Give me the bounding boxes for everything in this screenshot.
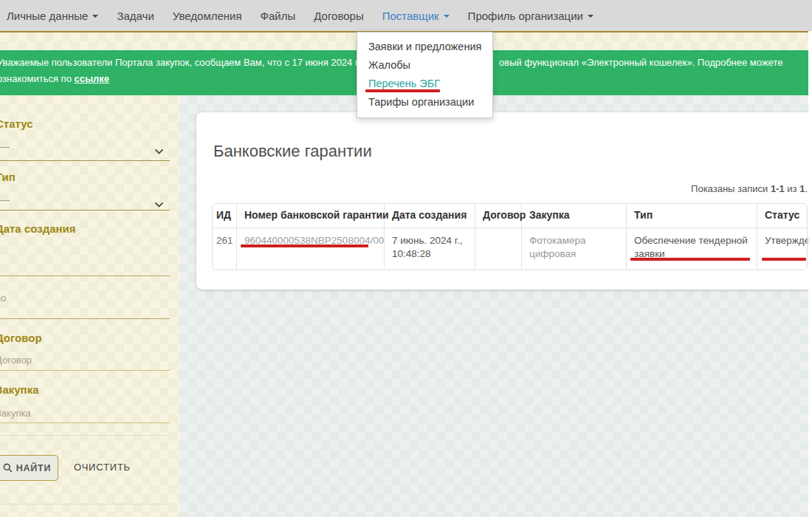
nav-item-label: Задачи xyxy=(117,10,154,22)
cell-id: 261 xyxy=(212,228,237,270)
screen: Личные данные Задачи Уведомления Файлы Д… xyxy=(0,0,812,517)
contract-filter-label: Договор xyxy=(0,332,42,344)
type-filter-label: Тип xyxy=(0,171,16,183)
page-title: Банковские гарантии xyxy=(213,142,372,161)
find-button[interactable]: НАЙТИ xyxy=(0,455,58,481)
date-to-input[interactable] xyxy=(0,289,170,307)
date-from-underline xyxy=(0,275,170,276)
contract-input[interactable] xyxy=(0,351,170,369)
status-filter-label: Статус xyxy=(0,117,33,130)
col-header-status: Статус xyxy=(757,203,808,228)
records-middle: из xyxy=(785,183,799,194)
nav-item-personal-data[interactable]: Личные данные xyxy=(7,10,98,22)
cell-date: 7 июнь. 2024 г., 10:48:28 xyxy=(385,228,475,270)
col-header-type: Тип xyxy=(627,203,757,228)
table-row: 261 960440000538NBP2508004/00 7 июнь. 20… xyxy=(212,228,808,270)
type-select-underline xyxy=(0,210,170,210)
type-line1: Обеспечение тендерной xyxy=(634,234,749,247)
creation-date-filter-label: Дата создания xyxy=(0,222,76,235)
guarantees-table: ИД Номер банковской гарантии Дата создан… xyxy=(212,203,808,270)
search-icon xyxy=(3,463,13,473)
banner-link[interactable]: ссылке xyxy=(74,73,109,84)
supplier-dropdown-menu: Заявки и предложения Жалобы Перечень ЭБГ… xyxy=(357,32,493,118)
col-header-purchase: Закупка xyxy=(522,203,627,228)
date-line1: 7 июнь. 2024 г., xyxy=(392,234,467,247)
purchase-input[interactable] xyxy=(0,404,170,422)
col-header-contract: Договор xyxy=(475,203,522,228)
chevron-down-icon xyxy=(154,197,164,210)
banner-line2-prefix: ознакомиться по xyxy=(0,73,74,84)
nav-item-label: Договоры xyxy=(314,10,363,22)
table-header-row: ИД Номер банковской гарантии Дата создан… xyxy=(212,203,808,228)
caret-down-icon xyxy=(92,15,98,18)
records-suffix: . xyxy=(805,183,808,194)
red-underline-annotation xyxy=(762,258,806,261)
bank-guarantees-card: Банковские гарантии Показаны записи 1-1 … xyxy=(196,112,812,290)
purchase-line1: Фотокамера xyxy=(529,234,619,247)
nav-item-organization-profile[interactable]: Профиль организации xyxy=(468,10,593,22)
status-select-underline xyxy=(0,160,170,161)
banner-text-line1-right: овый функционал «Электронный кошелек». П… xyxy=(499,57,782,68)
cell-status: Утвержден xyxy=(757,228,808,270)
cell-guarantee-number[interactable]: 960440000538NBP2508004/00 xyxy=(237,228,385,270)
red-underline-annotation xyxy=(241,244,368,247)
records-range: 1-1 xyxy=(771,183,785,194)
status-select-value: --- xyxy=(0,141,10,152)
nav-item-label: Уведомления xyxy=(173,10,242,22)
records-summary: Показаны записи 1-1 из 1. xyxy=(691,183,808,194)
type-select-value: --- xyxy=(0,194,10,205)
nav-item-label: Личные данные xyxy=(7,10,88,22)
cell-contract xyxy=(475,228,522,270)
menu-item-complaints[interactable]: Жалобы xyxy=(357,56,492,75)
sidebar-divider xyxy=(0,504,170,504)
nav-item-notifications[interactable]: Уведомления xyxy=(173,10,242,22)
red-underline-annotation xyxy=(365,89,440,92)
filters-sidebar: Статус --- Тип --- Дата создания Договор… xyxy=(0,95,179,517)
date-to-underline xyxy=(0,318,170,319)
nav-item-label: Поставщик xyxy=(382,10,439,22)
menu-item-organization-tariffs[interactable]: Тарифы организации xyxy=(357,93,492,112)
col-header-date: Дата создания xyxy=(385,203,475,228)
nav-item-label: Файлы xyxy=(261,10,296,22)
find-button-label: НАЙТИ xyxy=(16,463,52,473)
cell-purchase: Фотокамера цифровая xyxy=(522,228,627,270)
status-value: Утвержден xyxy=(765,235,812,246)
date-line2: 10:48:28 xyxy=(392,247,467,261)
top-navigation: Личные данные Задачи Уведомления Файлы Д… xyxy=(0,0,812,31)
date-from-input[interactable] xyxy=(0,243,170,261)
banner-text-line2: ознакомиться по ссылке xyxy=(0,73,109,84)
nav-item-contracts[interactable]: Договоры xyxy=(314,10,363,22)
page-right-edge xyxy=(808,31,812,517)
clear-button[interactable]: ОЧИСТИТЬ xyxy=(74,462,131,473)
banner-text-line1-left: Уважаемые пользователи Портала закупок, … xyxy=(0,57,382,68)
col-header-id: ИД xyxy=(212,203,237,228)
status-select[interactable]: --- xyxy=(0,140,170,159)
purchase-filter-label: Закупка xyxy=(0,383,39,396)
caret-down-icon xyxy=(444,15,450,18)
cell-type: Обеспечение тендерной заявки xyxy=(627,228,757,270)
caret-down-icon xyxy=(588,15,593,18)
contract-underline xyxy=(0,370,170,371)
chevron-down-icon xyxy=(154,144,164,157)
red-underline-annotation xyxy=(630,258,750,261)
col-header-number: Номер банковской гарантии xyxy=(237,203,385,228)
purchase-underline xyxy=(0,422,170,423)
records-prefix: Показаны записи xyxy=(691,183,771,194)
nav-item-supplier[interactable]: Поставщик xyxy=(382,10,450,22)
nav-item-files[interactable]: Файлы xyxy=(261,10,296,22)
sidebar-divider xyxy=(0,435,170,436)
nav-item-tasks[interactable]: Задачи xyxy=(117,10,154,22)
menu-item-bids-and-offers[interactable]: Заявки и предложения xyxy=(357,38,492,56)
purchase-line2: цифровая xyxy=(529,247,619,261)
nav-item-label: Профиль организации xyxy=(468,10,583,22)
